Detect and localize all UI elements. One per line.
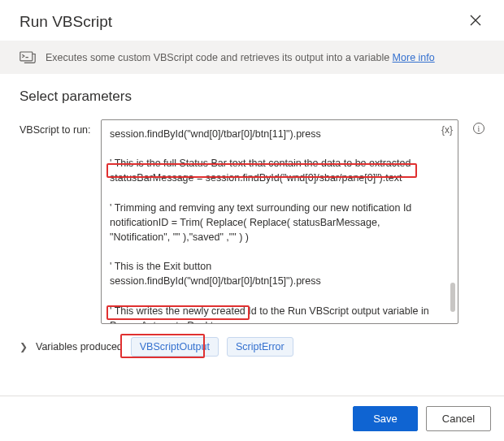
vbscript-field-row: VBScript to run: session.findById("wnd[0… [20, 119, 484, 324]
cancel-button[interactable]: Cancel [426, 406, 491, 431]
code-line: ' Trimming and remving any text surround… [110, 201, 435, 215]
field-label: VBScript to run: [20, 119, 93, 136]
code-line: ' This is the Exit button [110, 259, 435, 274]
info-text: Executes some custom VBScript code and r… [46, 52, 435, 63]
info-icon[interactable]: i [473, 123, 484, 134]
code-line [110, 244, 435, 259]
chip-vbscriptoutput[interactable]: VBScriptOutput [131, 337, 219, 357]
code-line [110, 186, 435, 201]
more-info-link[interactable]: More info [393, 52, 435, 63]
svg-rect-0 [20, 52, 33, 61]
code-line: ' This writes the newly created Id to th… [110, 304, 435, 325]
code-line [110, 288, 435, 303]
close-button[interactable] [470, 15, 484, 29]
dialog-title: Run VBScript [20, 13, 112, 31]
code-line: notificationID = Trim( Replace( Replace(… [110, 215, 435, 244]
chevron-right-icon[interactable]: ❯ [20, 341, 28, 352]
info-text-content: Executes some custom VBScript code and r… [46, 52, 393, 63]
close-icon [470, 15, 481, 26]
code-line: session.findById("wnd[0]/tbar[0]/btn[11]… [110, 127, 435, 141]
parameters-section: Select parameters VBScript to run: sessi… [0, 74, 504, 324]
dialog-header: Run VBScript [0, 0, 504, 41]
scrollbar-thumb[interactable] [450, 283, 455, 312]
code-line: ' This is the full Status Bar text that … [110, 156, 435, 171]
code-line: statusBarMessage = session.findById("wnd… [110, 171, 435, 185]
info-bar: Executes some custom VBScript code and r… [0, 41, 504, 74]
variables-label: Variables produced [36, 341, 123, 352]
save-button[interactable]: Save [353, 406, 418, 431]
vbscript-input[interactable]: session.findById("wnd[0]/tbar[0]/btn[11]… [101, 119, 458, 324]
code-wrap: session.findById("wnd[0]/tbar[0]/btn[11]… [101, 119, 458, 324]
dialog-footer: Save Cancel [0, 396, 504, 441]
code-line: session.findById("wnd[0]/tbar[0]/btn[15]… [110, 274, 435, 288]
run-vbscript-dialog: Run VBScript Executes some custom VBScri… [0, 0, 504, 441]
section-title: Select parameters [20, 89, 484, 105]
chip-scripterror[interactable]: ScriptError [227, 337, 293, 357]
code-line [110, 141, 435, 156]
variable-picker-icon[interactable]: {x} [441, 123, 453, 137]
variables-row: ❯ Variables produced VBScriptOutput Scri… [0, 324, 504, 357]
script-icon [20, 49, 36, 66]
